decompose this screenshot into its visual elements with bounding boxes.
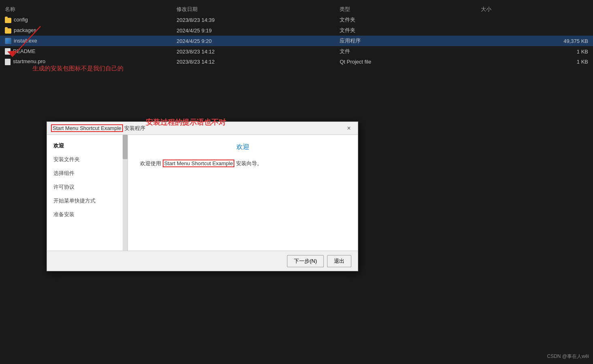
watermark: CSDN @事在人wěi (547, 353, 589, 360)
sidebar-item-welcome[interactable]: 欢迎 (47, 139, 128, 153)
sidebar-item-install-folder[interactable]: 安装文件夹 (47, 153, 128, 166)
sidebar-item-prepare[interactable]: 准备安装 (47, 208, 128, 221)
welcome-text: 欢迎使用 Start Menu Shortcut Example 安装向导。 (140, 160, 346, 168)
installer-content: 欢迎 欢迎使用 Start Menu Shortcut Example 安装向导… (128, 135, 358, 251)
content-title: 欢迎 (140, 143, 346, 151)
sidebar-item-select-components[interactable]: 选择组件 (47, 166, 128, 180)
sidebar-item-license[interactable]: 许可协议 (47, 180, 128, 194)
installer-dialog: Start Menu Shortcut Example 安装程序 × 欢迎 安装… (47, 121, 358, 271)
welcome-app-name: Start Menu Shortcut Example (163, 160, 235, 167)
dialog-body: 欢迎 安装文件夹 选择组件 许可协议 开始菜单快捷方式 准备安装 欢迎 欢迎使用… (47, 135, 358, 251)
dialog-overlay: Start Menu Shortcut Example 安装程序 × 欢迎 安装… (0, 0, 593, 364)
scrollbar-thumb (123, 135, 128, 159)
next-button[interactable]: 下一步(N) (287, 255, 324, 267)
sidebar-item-start-menu[interactable]: 开始菜单快捷方式 (47, 194, 128, 208)
welcome-prefix: 欢迎使用 (140, 160, 163, 166)
dialog-footer: 下一步(N) 退出 (47, 251, 358, 271)
dialog-title: Start Menu Shortcut Example 安装程序 (51, 125, 145, 132)
title-suffix: 安装程序 (123, 125, 146, 131)
close-button[interactable]: × (344, 123, 354, 133)
dialog-annotation-title: 安装过程的提示语也不对 (146, 117, 226, 127)
exit-button[interactable]: 退出 (327, 255, 351, 267)
title-app-name: Start Menu Shortcut Example (51, 124, 123, 132)
installer-sidebar: 欢迎 安装文件夹 选择组件 许可协议 开始菜单快捷方式 准备安装 (47, 135, 128, 251)
sidebar-scrollbar[interactable] (123, 135, 128, 251)
welcome-suffix: 安装向导。 (234, 160, 262, 166)
